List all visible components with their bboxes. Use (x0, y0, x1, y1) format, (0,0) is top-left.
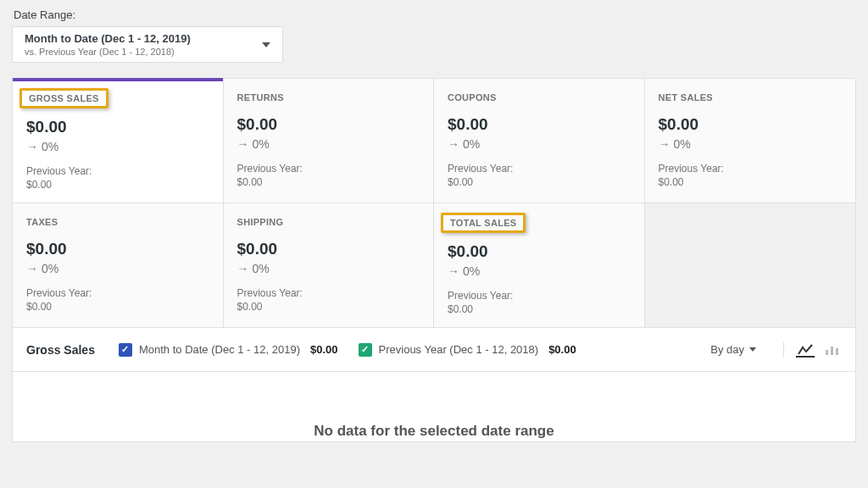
date-range-sub: vs. Previous Year (Dec 1 - 12, 2018) (25, 47, 191, 57)
tab-prev-label: Previous Year: (237, 163, 420, 175)
tab-title: TAXES (26, 217, 58, 227)
tab-total-sales[interactable]: TOTAL SALES$0.000%Previous Year:$0.00 (434, 203, 645, 328)
tab-shipping[interactable]: SHIPPING$0.000%Previous Year:$0.00 (224, 203, 435, 328)
tab-prev-label: Previous Year: (448, 163, 631, 175)
svg-rect-2 (836, 348, 838, 355)
tab-change: 0% (448, 137, 631, 151)
legend-title: Gross Sales (26, 343, 95, 357)
tab-prev-label: Previous Year: (448, 290, 631, 302)
tab-change: 0% (659, 137, 843, 151)
legend-primary-label: Month to Date (Dec 1 - 12, 2019) (139, 343, 300, 356)
arrow-right-icon (237, 137, 249, 151)
checkbox-checked-icon: ✓ (359, 343, 372, 357)
svg-rect-1 (831, 347, 833, 355)
interval-label: By day (710, 343, 744, 356)
legend-primary[interactable]: ✓ Month to Date (Dec 1 - 12, 2019) $0.00 (119, 343, 338, 357)
tab-prev-value: $0.00 (237, 301, 420, 313)
tab-change: 0% (237, 137, 420, 151)
date-range-picker[interactable]: Month to Date (Dec 1 - 12, 2019) vs. Pre… (12, 26, 283, 63)
tab-change: 0% (26, 140, 209, 153)
tab-value: $0.00 (448, 115, 631, 134)
tab-title: NET SALES (659, 92, 713, 103)
tab-prev-label: Previous Year: (26, 287, 209, 299)
tab-taxes[interactable]: TAXES$0.000%Previous Year:$0.00 (13, 203, 224, 328)
svg-rect-0 (826, 350, 828, 355)
tab-returns[interactable]: RETURNS$0.000%Previous Year:$0.00 (224, 79, 435, 203)
legend-secondary-label: Previous Year (Dec 1 - 12, 2018) (379, 343, 539, 356)
tab-prev-value: $0.00 (26, 179, 209, 191)
tab-prev-label: Previous Year: (659, 163, 843, 175)
chevron-down-icon (749, 347, 756, 352)
tab-prev-label: Previous Year: (26, 165, 209, 177)
no-data-message: No data for the selected date range (13, 423, 855, 440)
arrow-right-icon (26, 140, 38, 153)
arrow-right-icon (659, 137, 670, 151)
date-range-label: Date Range: (12, 0, 856, 26)
tab-value: $0.00 (659, 115, 843, 134)
arrow-right-icon (26, 262, 38, 275)
tab-value: $0.00 (26, 118, 209, 136)
tab-prev-value: $0.00 (659, 176, 843, 188)
tab-prev-value: $0.00 (448, 176, 631, 188)
chevron-down-icon (262, 42, 270, 47)
legend-primary-value: $0.00 (310, 343, 338, 356)
interval-select[interactable]: By day (707, 340, 760, 359)
tab-prev-value: $0.00 (26, 301, 209, 313)
tab-prev-value: $0.00 (237, 176, 420, 188)
arrow-right-icon (448, 264, 459, 278)
tab-title: GROSS SALES (19, 88, 108, 108)
report-card: GROSS SALES$0.000%Previous Year:$0.00RET… (12, 78, 856, 442)
tab-title: COUPONS (448, 92, 497, 103)
tab-title: TOTAL SALES (441, 213, 526, 233)
tab-change: 0% (448, 264, 631, 278)
tab-gross-sales[interactable]: GROSS SALES$0.000%Previous Year:$0.00 (13, 79, 224, 203)
chart-type-toggle (783, 342, 842, 358)
legend-secondary-value: $0.00 (548, 343, 576, 356)
tab-value: $0.00 (237, 240, 420, 258)
tab-value: $0.00 (26, 240, 209, 258)
tab-prev-value: $0.00 (448, 303, 631, 315)
tab-coupons[interactable]: COUPONS$0.000%Previous Year:$0.00 (434, 79, 645, 203)
tab-change: 0% (26, 262, 209, 275)
metric-tabs: GROSS SALES$0.000%Previous Year:$0.00RET… (13, 79, 855, 328)
tab-title: SHIPPING (237, 217, 284, 227)
arrow-right-icon (448, 137, 459, 151)
arrow-right-icon (237, 262, 249, 275)
bar-chart-icon[interactable] (823, 342, 842, 358)
tab-net-sales[interactable]: NET SALES$0.000%Previous Year:$0.00 (645, 79, 856, 203)
chart-area: No data for the selected date range (13, 372, 855, 441)
line-chart-icon[interactable] (796, 342, 815, 358)
tab-value: $0.00 (237, 115, 420, 134)
tab-empty (645, 203, 856, 328)
tab-prev-label: Previous Year: (237, 287, 420, 299)
legend-secondary[interactable]: ✓ Previous Year (Dec 1 - 12, 2018) $0.00 (359, 343, 576, 357)
legend-bar: Gross Sales ✓ Month to Date (Dec 1 - 12,… (13, 328, 855, 372)
tab-value: $0.00 (448, 242, 631, 261)
checkbox-checked-icon: ✓ (119, 343, 132, 357)
tab-change: 0% (237, 262, 420, 275)
tab-title: RETURNS (237, 92, 284, 103)
date-range-main: Month to Date (Dec 1 - 12, 2019) (25, 32, 191, 45)
